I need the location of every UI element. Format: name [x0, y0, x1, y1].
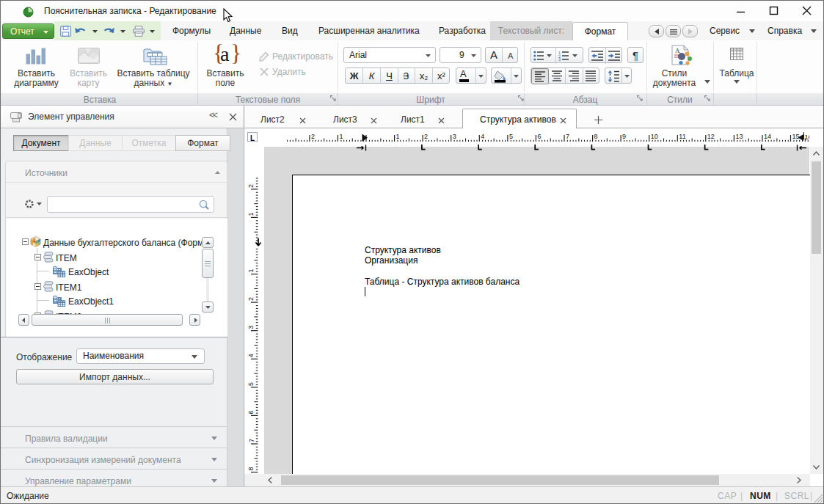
svg-text:1: 1 — [396, 133, 400, 140]
svg-text:7: 7 — [566, 133, 569, 140]
svg-text:14: 14 — [764, 133, 771, 140]
svg-text:11: 11 — [679, 133, 685, 140]
svg-text:A: A — [675, 47, 680, 54]
svg-text:5: 5 — [248, 382, 255, 386]
svg-text:9: 9 — [622, 133, 626, 140]
svg-text:16: 16 — [805, 134, 810, 141]
svg-text:8: 8 — [594, 133, 598, 140]
svg-text:3: 3 — [453, 133, 456, 140]
svg-text:7: 7 — [248, 439, 255, 442]
svg-text:6: 6 — [537, 133, 541, 140]
svg-text:2: 2 — [311, 133, 315, 140]
svg-text:2: 2 — [248, 184, 255, 188]
svg-text:15: 15 — [792, 133, 800, 140]
svg-text:3: 3 — [248, 326, 255, 329]
svg-text:12: 12 — [707, 133, 715, 140]
svg-text:8: 8 — [248, 467, 255, 471]
svg-text:4: 4 — [481, 133, 484, 140]
svg-text:4: 4 — [248, 354, 255, 357]
svg-text:13: 13 — [735, 133, 743, 140]
svg-text:10: 10 — [651, 133, 658, 140]
svg-text:2: 2 — [248, 297, 255, 301]
svg-text:1: 1 — [248, 269, 255, 273]
svg-text:2: 2 — [424, 133, 428, 140]
svg-text:1: 1 — [339, 133, 343, 140]
svg-text:5: 5 — [509, 133, 513, 140]
svg-text:1: 1 — [248, 212, 255, 216]
svg-text:6: 6 — [248, 410, 255, 414]
svg-text:3: 3 — [558, 57, 561, 61]
